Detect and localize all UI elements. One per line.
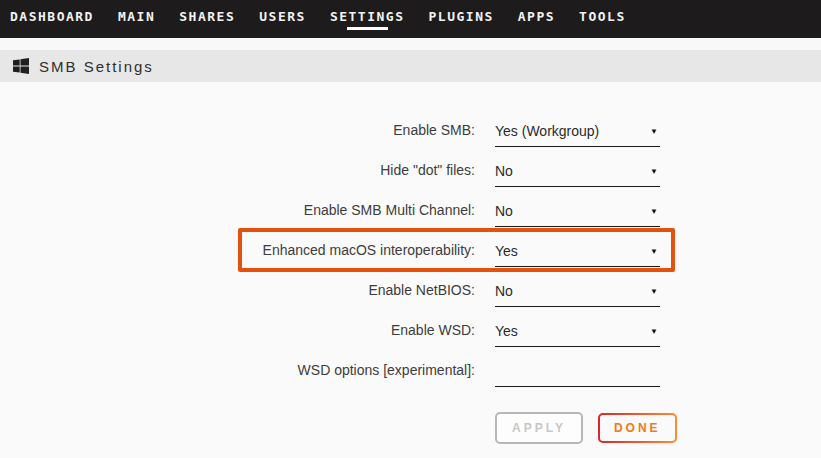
chevron-down-icon: ▼ <box>650 270 658 314</box>
nav-active-underline <box>526 27 547 30</box>
nav-item-tools[interactable]: TOOLS <box>567 9 638 30</box>
field-label: Enhanced macOS interoperability: <box>0 230 475 270</box>
nav-active-underline <box>29 27 75 30</box>
nav-item-label: PLUGINS <box>429 9 494 24</box>
field-label: Enable SMB Multi Channel: <box>0 190 475 230</box>
nav-active-underline <box>443 27 479 30</box>
nav-active-underline <box>192 27 223 30</box>
nav-item-plugins[interactable]: PLUGINS <box>417 9 506 30</box>
nav-active-underline <box>126 27 147 30</box>
dropdown-value: No <box>495 163 513 179</box>
smb-settings-form: Enable SMB: Yes (Workgroup) ▼ Hide "dot"… <box>0 82 821 444</box>
nav-item-label: SHARES <box>179 9 235 24</box>
nav-item-users[interactable]: USERS <box>247 9 318 30</box>
nav-header-gap <box>0 38 821 50</box>
chevron-down-icon: ▼ <box>650 150 658 194</box>
nav-item-label: DASHBOARD <box>10 9 94 24</box>
done-button-label: DONE <box>600 415 675 441</box>
form-row-enable-wsd: Enable WSD: Yes ▼ <box>0 310 821 350</box>
field-label: Hide "dot" files: <box>0 150 475 190</box>
wsd-options-field <box>495 350 660 387</box>
nav-item-label: TOOLS <box>579 9 626 24</box>
form-row-enable-smb: Enable SMB: Yes (Workgroup) ▼ <box>0 110 821 150</box>
nav-item-dashboard[interactable]: DASHBOARD <box>10 9 106 30</box>
apply-button[interactable]: APPLY <box>495 412 583 444</box>
dropdown-value: Yes (Workgroup) <box>495 123 599 139</box>
nav-item-main[interactable]: MAIN <box>106 9 167 30</box>
nav-active-underline <box>270 27 296 30</box>
dropdown-value: No <box>495 203 513 219</box>
nav-item-label: MAIN <box>118 9 155 24</box>
form-row-smb-multi-channel: Enable SMB Multi Channel: No ▼ <box>0 190 821 230</box>
form-row-enhanced-macos: Enhanced macOS interoperability: Yes ▼ <box>0 230 821 270</box>
form-row-wsd-options: WSD options [experimental]: <box>0 350 821 390</box>
nav-item-label: APPS <box>518 9 555 24</box>
dropdown-value: No <box>495 283 513 299</box>
nav-item-label: SETTINGS <box>330 9 405 24</box>
chevron-down-icon: ▼ <box>650 190 658 234</box>
wsd-options-input[interactable] <box>495 353 660 389</box>
enhanced-macos-dropdown[interactable]: Yes ▼ <box>495 230 660 267</box>
windows-logo-icon <box>13 58 29 74</box>
field-label: Enable SMB: <box>0 110 475 150</box>
nav-active-underline <box>590 27 616 30</box>
smb-multi-channel-dropdown[interactable]: No ▼ <box>495 190 660 227</box>
chevron-down-icon: ▼ <box>650 230 658 274</box>
nav-item-apps[interactable]: APPS <box>506 9 567 30</box>
nav-item-label: USERS <box>259 9 306 24</box>
enable-netbios-dropdown[interactable]: No ▼ <box>495 270 660 307</box>
dropdown-value: Yes <box>495 323 518 339</box>
chevron-down-icon: ▼ <box>650 310 658 354</box>
form-row-hide-dot-files: Hide "dot" files: No ▼ <box>0 150 821 190</box>
field-label: Enable WSD: <box>0 310 475 350</box>
nav-item-shares[interactable]: SHARES <box>167 9 247 30</box>
page-header-bar: SMB Settings <box>0 50 821 82</box>
enable-smb-dropdown[interactable]: Yes (Workgroup) ▼ <box>495 110 660 147</box>
nav-item-settings[interactable]: SETTINGS <box>318 9 417 30</box>
dropdown-value: Yes <box>495 243 518 259</box>
top-nav: DASHBOARD MAIN SHARES USERS SETTINGS PLU… <box>0 0 821 38</box>
page-title: SMB Settings <box>39 58 154 75</box>
hide-dot-files-dropdown[interactable]: No ▼ <box>495 150 660 187</box>
nav-active-underline <box>347 27 388 30</box>
done-button[interactable]: DONE <box>598 413 677 443</box>
field-label: WSD options [experimental]: <box>0 350 475 390</box>
field-label: Enable NetBIOS: <box>0 270 475 310</box>
enable-wsd-dropdown[interactable]: Yes ▼ <box>495 310 660 347</box>
form-actions: APPLY DONE <box>0 412 821 444</box>
form-row-enable-netbios: Enable NetBIOS: No ▼ <box>0 270 821 310</box>
chevron-down-icon: ▼ <box>650 110 658 154</box>
